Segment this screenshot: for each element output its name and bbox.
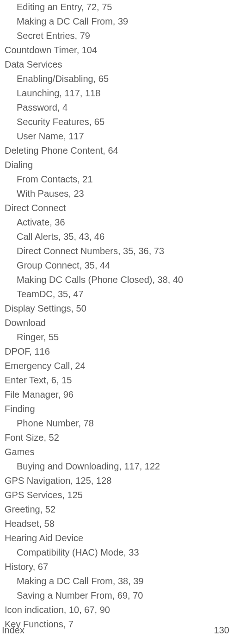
index-entry: Making DC Calls (Phone Closed), 38, 40 <box>5 273 228 287</box>
index-entry: Buying and Downloading, 117, 122 <box>5 459 228 474</box>
index-entry: Emergency Call, 24 <box>5 359 228 373</box>
index-entry: Secret Entries, 79 <box>5 29 228 43</box>
index-entry: Font Size, 52 <box>5 431 228 445</box>
index-entry: GPS Services, 125 <box>5 488 228 502</box>
index-entry: Compatibility (HAC) Mode, 33 <box>5 545 228 560</box>
index-entry: Headset, 58 <box>5 517 228 531</box>
footer-section-label: Index <box>2 623 25 638</box>
index-entry: History, 67 <box>5 560 228 574</box>
index-entry: Display Settings, 50 <box>5 301 228 316</box>
index-entry: Group Connect, 35, 44 <box>5 258 228 273</box>
index-entry: Games <box>5 445 228 459</box>
index-entry: Making a DC Call From, 38, 39 <box>5 574 228 588</box>
index-entry: Password, 4 <box>5 100 228 115</box>
index-entry: Activate, 36 <box>5 215 228 230</box>
index-entry: DPOF, 116 <box>5 344 228 359</box>
index-entry: Countdown Timer, 104 <box>5 43 228 57</box>
index-entry: GPS Navigation, 125, 128 <box>5 474 228 488</box>
index-entry: Enabling/Disabling, 65 <box>5 72 228 86</box>
index-entry: Direct Connect Numbers, 35, 36, 73 <box>5 244 228 258</box>
index-entry: File Manager, 96 <box>5 388 228 402</box>
index-entry: Greeting, 52 <box>5 502 228 517</box>
index-entry: Editing an Entry, 72, 75 <box>5 0 228 14</box>
index-entry: TeamDC, 35, 47 <box>5 287 228 301</box>
index-entry: With Pauses, 23 <box>5 187 228 201</box>
index-entry: Phone Number, 78 <box>5 416 228 431</box>
index-entry: From Contacts, 21 <box>5 172 228 187</box>
index-entry: Download <box>5 316 228 330</box>
index-entry: Enter Text, 6, 15 <box>5 373 228 388</box>
index-entry: Deleting Phone Content, 64 <box>5 144 228 158</box>
page-footer: Index 130 <box>0 623 233 638</box>
index-entry: Finding <box>5 402 228 416</box>
index-entry: Launching, 117, 118 <box>5 86 228 100</box>
index-entry: Icon indication, 10, 67, 90 <box>5 603 228 617</box>
index-entry: Data Services <box>5 57 228 72</box>
index-list: Editing an Entry, 72, 75Making a DC Call… <box>0 0 233 631</box>
index-entry: Making a DC Call From, 39 <box>5 14 228 29</box>
index-entry: User Name, 117 <box>5 129 228 144</box>
index-entry: Ringer, 55 <box>5 330 228 344</box>
index-entry: Dialing <box>5 158 228 172</box>
index-entry: Direct Connect <box>5 201 228 215</box>
page: Editing an Entry, 72, 75Making a DC Call… <box>0 0 233 644</box>
index-entry: Saving a Number From, 69, 70 <box>5 588 228 603</box>
index-entry: Security Features, 65 <box>5 115 228 129</box>
footer-page-number: 130 <box>214 623 229 638</box>
index-entry: Call Alerts, 35, 43, 46 <box>5 230 228 244</box>
index-entry: Hearing Aid Device <box>5 531 228 545</box>
